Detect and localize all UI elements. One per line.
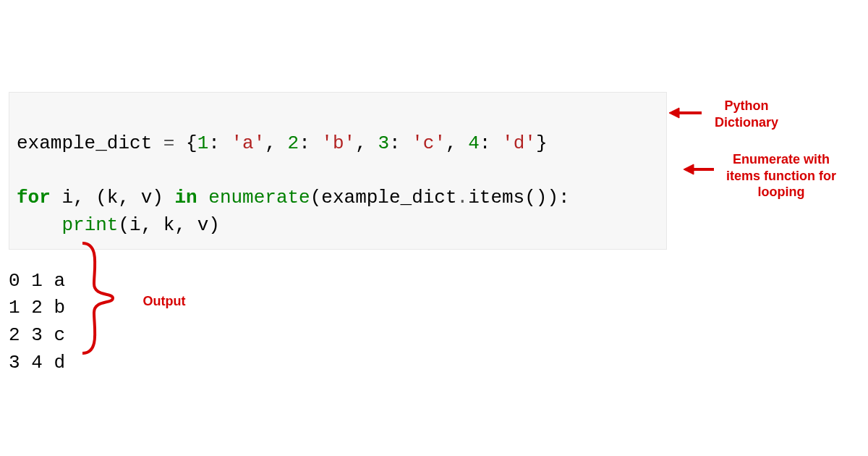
svg-marker-3 [684, 164, 694, 174]
lparen: ( [118, 214, 129, 236]
space [197, 187, 209, 208]
output-row-3: 3 4 d [9, 352, 65, 373]
comma: , [355, 132, 378, 154]
annotation-output: Output [132, 293, 197, 310]
code-line-3: print(i, k, v) [17, 214, 220, 236]
lparen: ( [310, 187, 322, 208]
comma: , [265, 132, 287, 154]
key-1: 1 [197, 132, 209, 154]
rparen: ) [208, 214, 220, 236]
val-a: 'a' [231, 132, 265, 154]
output-row-2: 2 3 c [9, 324, 65, 346]
dict-ref: example_dict [321, 187, 456, 208]
rparen: ()) [524, 187, 558, 208]
output-row-0: 0 1 a [9, 270, 65, 292]
colon: : [480, 132, 502, 154]
key-2: 2 [288, 132, 299, 154]
comma: , [446, 132, 468, 154]
svg-marker-1 [669, 108, 679, 118]
enumerate-builtin: enumerate [208, 187, 310, 208]
colon: : [558, 187, 570, 208]
val-d: 'd' [502, 132, 536, 154]
code-line-2: for i, (k, v) in enumerate(example_dict.… [17, 187, 570, 208]
close-brace: } [536, 132, 548, 154]
output-block: 0 1 a 1 2 b 2 3 c 3 4 d [9, 240, 65, 376]
key-4: 4 [468, 132, 480, 154]
annotation-enumerate: Enumerate withitems function forlooping [716, 151, 846, 200]
colon: : [299, 132, 321, 154]
val-c: 'c' [412, 132, 446, 154]
dot: . [457, 187, 469, 208]
variable-name: example_dict [17, 132, 152, 154]
colon: : [208, 132, 231, 154]
colon: : [389, 132, 412, 154]
loop-vars: i, (k, v) [51, 187, 175, 208]
curly-brace-icon [78, 240, 122, 356]
open-brace: { [186, 132, 197, 154]
code-block: example_dict = {1: 'a', 2: 'b', 3: 'c', … [9, 92, 667, 250]
for-keyword: for [17, 187, 51, 208]
val-b: 'b' [321, 132, 355, 154]
code-line-1: example_dict = {1: 'a', 2: 'b', 3: 'c', … [17, 132, 547, 154]
print-builtin: print [61, 214, 118, 236]
arrow-left-icon [684, 163, 714, 176]
key-3: 3 [378, 132, 389, 154]
in-keyword: in [174, 187, 197, 208]
arrow-left-icon [669, 106, 702, 119]
print-args: i, k, v [129, 214, 208, 236]
annotation-dictionary: PythonDictionary [703, 98, 790, 130]
equals-op: = [152, 132, 186, 154]
indent [17, 214, 61, 236]
items-method: items [468, 187, 524, 208]
output-row-1: 1 2 b [9, 297, 65, 318]
